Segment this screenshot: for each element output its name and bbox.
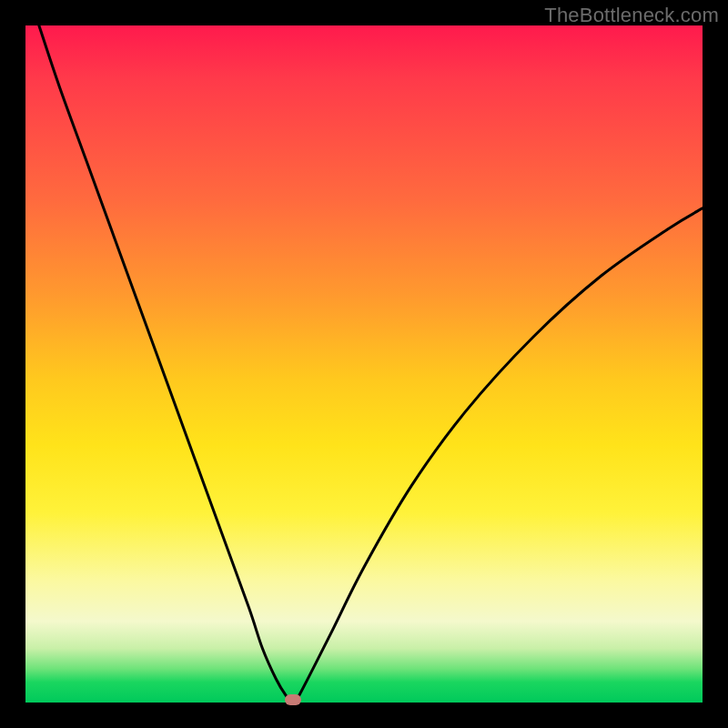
chart-frame: TheBottleneck.com [0, 0, 728, 728]
watermark-text: TheBottleneck.com [544, 4, 719, 27]
bottleneck-curve [25, 25, 703, 703]
optimum-marker [285, 694, 301, 705]
plot-area [25, 25, 703, 703]
